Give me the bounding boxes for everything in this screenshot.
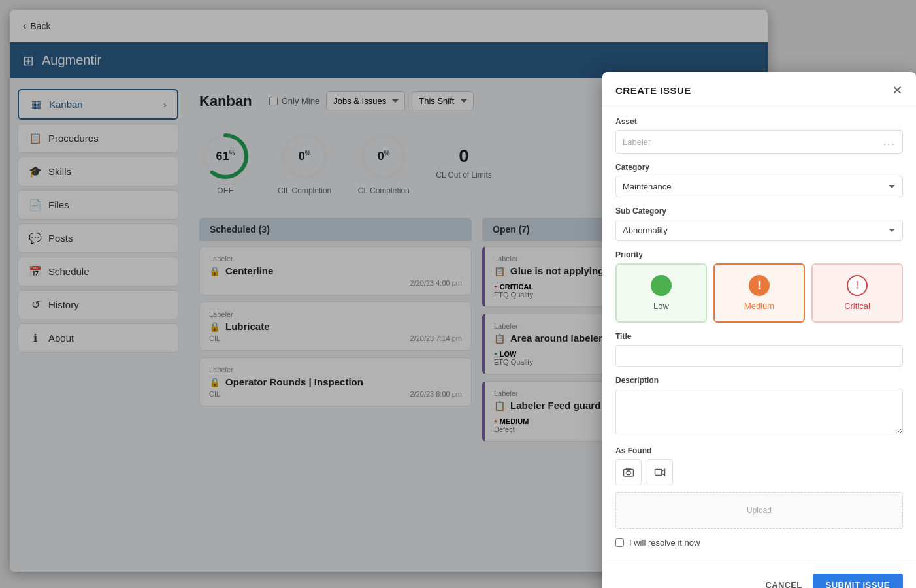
asset-group: Asset Labeler ...	[615, 117, 903, 154]
critical-priority-icon: !	[847, 275, 868, 296]
camera-button[interactable]	[615, 459, 642, 485]
asset-dots: ...	[883, 136, 896, 148]
submit-issue-button[interactable]: SUBMIT ISSUE	[813, 574, 903, 588]
medium-priority-icon: !	[749, 275, 770, 296]
modal-body: Asset Labeler ... Category Maintenance Q…	[602, 106, 916, 564]
as-found-label: As Found	[615, 446, 903, 455]
resolve-checkbox-group: I will resolve it now	[615, 538, 903, 547]
priority-low-button[interactable]: Low	[615, 263, 707, 323]
priority-critical-button[interactable]: ! Critical	[811, 263, 903, 323]
as-found-buttons	[615, 459, 903, 485]
category-group: Category Maintenance Quality Safety Othe…	[615, 163, 903, 197]
priority-critical-label: Critical	[844, 301, 870, 311]
sub-category-group: Sub Category Abnormality Defect Improvem…	[615, 206, 903, 241]
as-found-group: As Found Upload	[615, 446, 903, 529]
title-input[interactable]	[615, 345, 903, 367]
title-field-label: Title	[615, 332, 903, 341]
asset-field[interactable]: Labeler ...	[615, 130, 903, 154]
cancel-button[interactable]: CANCEL	[766, 580, 802, 588]
priority-label: Priority	[615, 250, 903, 259]
svg-point-4	[655, 280, 667, 291]
upload-label: Upload	[747, 506, 772, 515]
resolve-label: I will resolve it now	[629, 538, 700, 547]
category-select[interactable]: Maintenance Quality Safety Other	[615, 176, 903, 197]
description-textarea[interactable]	[615, 389, 903, 434]
category-label: Category	[615, 163, 903, 172]
priority-medium-label: Medium	[744, 301, 774, 311]
priority-medium-button[interactable]: ! Medium	[713, 263, 805, 323]
priority-low-label: Low	[653, 301, 669, 311]
asset-placeholder: Labeler	[623, 137, 651, 147]
description-group: Description	[615, 376, 903, 437]
svg-point-6	[627, 471, 630, 475]
upload-area[interactable]: Upload	[615, 492, 903, 529]
sub-category-label: Sub Category	[615, 206, 903, 216]
asset-label: Asset	[615, 117, 903, 126]
modal-close-button[interactable]: ✕	[892, 84, 903, 97]
title-group: Title	[615, 332, 903, 367]
video-button[interactable]	[647, 459, 673, 485]
modal-title: CREATE ISSUE	[615, 85, 691, 96]
priority-group: Priority Low ! Medium ! Critical	[615, 250, 903, 323]
create-issue-modal: CREATE ISSUE ✕ Asset Labeler ... Categor…	[602, 72, 916, 588]
description-label: Description	[615, 376, 903, 385]
priority-buttons: Low ! Medium ! Critical	[615, 263, 903, 323]
resolve-checkbox[interactable]	[615, 538, 624, 547]
sub-category-select[interactable]: Abnormality Defect Improvement Other	[615, 220, 903, 241]
modal-header: CREATE ISSUE ✕	[602, 72, 916, 106]
low-priority-icon	[651, 275, 672, 296]
modal-footer: CANCEL SUBMIT ISSUE	[602, 564, 916, 588]
svg-rect-7	[655, 470, 662, 476]
